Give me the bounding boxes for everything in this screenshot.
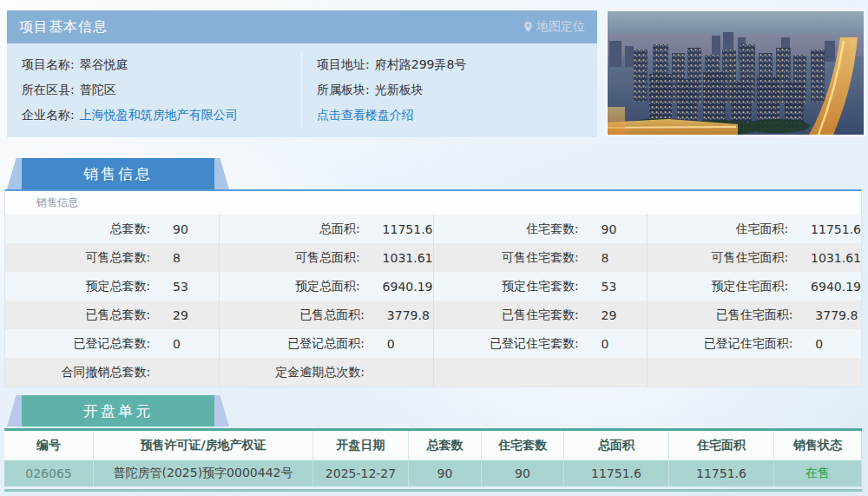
col-header-total-units: 总套数	[409, 431, 482, 460]
section-title-sales-info: 销售信息	[22, 158, 214, 189]
project-name-label: 项目名称:	[22, 57, 75, 71]
district-field: 所在区县:普陀区	[22, 77, 301, 103]
intro-field: 点击查看楼盘介绍	[317, 103, 597, 128]
section-title-basic-info: 项目基本信息	[19, 18, 108, 36]
plate-field: 所属板块:光新板块	[317, 77, 597, 103]
section-title-opening-units: 开盘单元	[22, 395, 214, 427]
stat-cancelled-contracts: 合同撤销总套数:	[5, 358, 220, 387]
cell-residential-area: 11751.6	[669, 460, 774, 486]
ribbon-right-fold	[214, 395, 229, 427]
stat-reserved-units: 预定总套数:53	[5, 272, 220, 301]
sales-row: 预定总套数:53 预定总面积:6940.19 预定住宅套数:53 预定住宅面积:…	[5, 272, 861, 301]
address-label: 项目地址:	[317, 57, 370, 71]
col-header-residential-units: 住宅套数	[482, 431, 564, 460]
opening-units-ribbon: 开盘单元	[7, 395, 234, 427]
stat-overdue-deposits: 定金逾期总次数:	[220, 358, 434, 387]
stat-total-units: 总套数:90	[5, 215, 220, 243]
stat-sold-res-area: 已售住宅面积:3779.8	[648, 301, 861, 329]
stat-sold-units: 已售总套数:29	[5, 301, 220, 329]
col-header-permit: 预售许可证/房地产权证	[94, 431, 313, 460]
col-header-residential-area: 住宅面积	[669, 431, 774, 460]
cell-permit: 普陀房管(2025)预字0000442号	[94, 460, 313, 486]
sales-row: 合同撤销总套数: 定金逾期总次数:	[5, 358, 861, 387]
stat-registered-res-units: 已登记住宅套数:0	[434, 329, 648, 358]
col-header-id: 编号	[4, 431, 94, 460]
stat-registered-res-area: 已登记住宅面积:0	[648, 329, 861, 358]
cell-residential-units: 90	[482, 460, 564, 486]
district-label: 所在区县:	[22, 83, 75, 96]
developer-link[interactable]: 上海悦盈和筑房地产有限公司	[80, 108, 238, 122]
view-intro-link[interactable]: 点击查看楼盘介绍	[317, 108, 414, 122]
basic-info-right-column: 项目地址:府村路299弄8号 所属板块:光新板块 点击查看楼盘介绍	[302, 52, 597, 130]
address-value: 府村路299弄8号	[375, 57, 467, 71]
table-row[interactable]: 026065 普陀房管(2025)预字0000442号 2025-12-27 9…	[4, 460, 862, 486]
basic-info-header: 项目基本信息 地图定位	[7, 10, 597, 43]
sales-info-ribbon: 销售信息	[7, 158, 234, 189]
cell-total-area: 11751.6	[564, 460, 669, 486]
sales-row: 可售总套数:8 可售总面积:1031.61 可售住宅套数:8 可售住宅面积:10…	[5, 243, 861, 272]
cell-open-date: 2025-12-27	[313, 460, 409, 486]
developer-label: 企业名称:	[22, 108, 75, 122]
project-name-value: 翠谷悦庭	[80, 57, 128, 71]
sales-row: 总套数:90 总面积:11751.6 住宅套数:90 住宅面积:11751.6	[5, 215, 861, 243]
col-header-sales-status: 销售状态	[774, 431, 862, 460]
table-divider	[4, 489, 862, 492]
stat-sellable-res-units: 可售住宅套数:8	[434, 243, 648, 272]
project-name-field: 项目名称:翠谷悦庭	[22, 52, 301, 77]
developer-field: 企业名称:上海悦盈和筑房地产有限公司	[22, 103, 301, 128]
sales-row: 已售总套数:29 已售总面积:3779.8 已售住宅套数:29 已售住宅面积:3…	[5, 301, 861, 329]
cell-total-units: 90	[409, 460, 482, 486]
stat-empty-cell	[648, 358, 861, 387]
opening-units-table: 编号 预售许可证/房地产权证 开盘日期 总套数 住宅套数 总面积 住宅面积 销售…	[4, 428, 862, 486]
stat-reserved-area: 预定总面积:6940.19	[220, 272, 434, 301]
district-value: 普陀区	[80, 83, 116, 96]
stat-sold-area: 已售总面积:3779.8	[220, 301, 434, 329]
table-header-row: 编号 预售许可证/房地产权证 开盘日期 总套数 住宅套数 总面积 住宅面积 销售…	[4, 431, 862, 460]
stat-registered-area: 已登记总面积:0	[220, 329, 434, 358]
stat-reserved-res-units: 预定住宅套数:53	[434, 272, 648, 301]
map-locate-label: 地图定位	[536, 19, 585, 35]
stat-residential-area: 住宅面积:11751.6	[648, 215, 861, 243]
ribbon-left-fold	[7, 395, 22, 427]
stat-sellable-units: 可售总套数:8	[5, 243, 220, 272]
sales-subtab-bar: 销售信息	[5, 191, 861, 215]
plate-label: 所属板块:	[317, 83, 370, 96]
project-photo	[605, 9, 866, 137]
sales-row: 已登记总套数:0 已登记总面积:0 已登记住宅套数:0 已登记住宅面积:0	[5, 329, 861, 358]
sales-info-panel: 销售信息 总套数:90 总面积:11751.6 住宅套数:90 住宅面积:117…	[4, 189, 862, 387]
col-header-total-area: 总面积	[564, 431, 669, 460]
ribbon-left-fold	[7, 158, 22, 189]
basic-info-body: 项目名称:翠谷悦庭 所在区县:普陀区 企业名称:上海悦盈和筑房地产有限公司 项目…	[7, 43, 597, 137]
stat-residential-units: 住宅套数:90	[434, 215, 648, 243]
status-badge: 在售	[774, 460, 862, 486]
stat-empty-cell	[434, 358, 648, 387]
address-field: 项目地址:府村路299弄8号	[317, 52, 597, 77]
cell-id: 026065	[4, 460, 94, 486]
tab-sales-info[interactable]: 销售信息	[36, 195, 78, 210]
stat-registered-units: 已登记总套数:0	[5, 329, 220, 358]
ribbon-right-fold	[214, 158, 229, 189]
col-header-open-date: 开盘日期	[313, 431, 409, 460]
stat-sold-res-units: 已售住宅套数:29	[434, 301, 648, 329]
basic-info-left-column: 项目名称:翠谷悦庭 所在区县:普陀区 企业名称:上海悦盈和筑房地产有限公司	[7, 52, 302, 130]
stat-total-area: 总面积:11751.6	[220, 215, 434, 243]
map-locate-link[interactable]: 地图定位	[523, 19, 585, 35]
map-pin-icon	[523, 21, 533, 33]
stat-sellable-res-area: 可售住宅面积:1031.61	[648, 243, 861, 272]
stat-sellable-area: 可售总面积:1031.61	[220, 243, 434, 272]
basic-info-section: 项目基本信息 地图定位 项目名称:翠谷悦庭 所在区县:普陀区 企业名称:上海悦盈…	[7, 10, 597, 137]
stat-reserved-res-area: 预定住宅面积:6940.19	[648, 272, 861, 301]
plate-value: 光新板块	[375, 83, 424, 96]
